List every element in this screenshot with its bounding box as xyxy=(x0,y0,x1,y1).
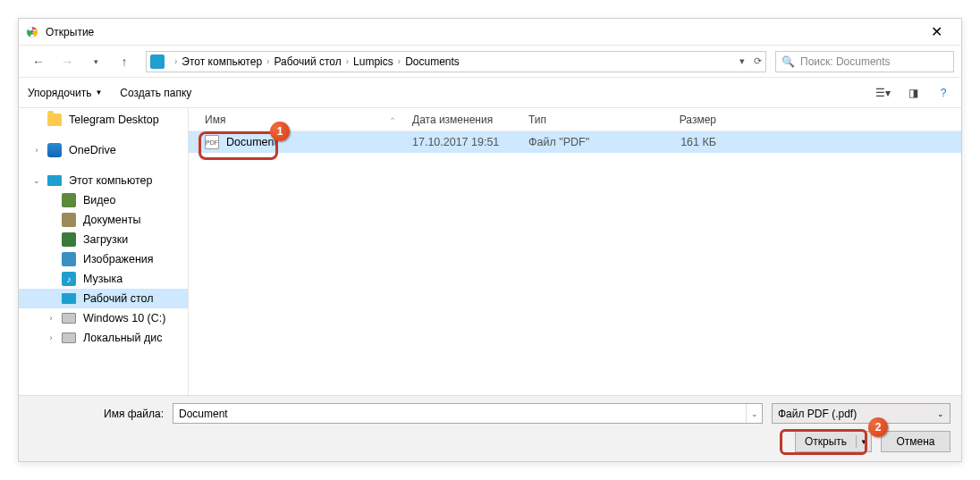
sidebar-item-downloads[interactable]: Загрузки xyxy=(19,230,188,249)
sidebar-item-label: Telegram Desktop xyxy=(69,114,159,126)
filename-label: Имя файла: xyxy=(30,408,164,420)
file-row[interactable]: PDF Document 17.10.2017 19:51 Файл "PDF"… xyxy=(189,131,961,153)
titlebar: Открытие ✕ xyxy=(19,19,961,46)
breadcrumb-item[interactable]: Lumpics xyxy=(353,55,393,68)
file-type-filter[interactable]: Файл PDF (.pdf) ⌄ xyxy=(772,403,950,424)
navbar: ← → ▾ ↑ › Этот компьютер › Рабочий стол … xyxy=(19,46,961,78)
column-headers: Имя^ Дата изменения Тип Размер xyxy=(189,108,961,131)
file-date: 17.10.2017 19:51 xyxy=(403,136,520,148)
search-placeholder: Поиск: Documents xyxy=(800,55,891,68)
annotation-marker: 2 xyxy=(868,417,888,437)
sidebar: Telegram Desktop › OneDrive ⌄ Этот компь… xyxy=(19,108,189,395)
downloads-icon xyxy=(62,232,76,247)
sidebar-item-label: Рабочий стол xyxy=(83,292,153,305)
chevron-right-icon: › xyxy=(346,56,349,66)
column-name[interactable]: Имя^ xyxy=(189,114,403,126)
column-type[interactable]: Тип xyxy=(520,114,636,126)
chevron-right-icon: › xyxy=(174,56,177,66)
chevron-down-icon[interactable]: ⌄ xyxy=(746,404,762,423)
video-icon xyxy=(62,193,76,207)
sidebar-item-label: Музыка xyxy=(83,273,122,285)
disk-icon xyxy=(62,313,76,324)
pdf-file-icon: PDF xyxy=(205,135,219,149)
column-date[interactable]: Дата изменения xyxy=(403,114,520,126)
sidebar-item-telegram[interactable]: Telegram Desktop xyxy=(19,110,188,130)
preview-pane-button[interactable]: ◨ xyxy=(904,85,922,101)
file-name: Document xyxy=(226,136,277,148)
sidebar-item-label: Этот компьютер xyxy=(69,174,152,187)
refresh-button[interactable]: ⟳ xyxy=(754,55,762,67)
help-button[interactable]: ? xyxy=(934,85,952,101)
sidebar-item-label: Windows 10 (C:) xyxy=(83,312,165,324)
pc-icon xyxy=(150,55,165,69)
dialog-body: Telegram Desktop › OneDrive ⌄ Этот компь… xyxy=(19,108,961,395)
chevron-down-icon: ⌄ xyxy=(937,409,944,418)
sidebar-item-this-pc[interactable]: ⌄ Этот компьютер xyxy=(19,171,188,190)
chevron-down-icon[interactable]: ▾ xyxy=(739,55,745,67)
back-button[interactable]: ← xyxy=(26,49,51,74)
breadcrumb-item[interactable]: Documents xyxy=(405,55,460,68)
close-button[interactable]: ✕ xyxy=(918,20,954,45)
chevron-right-icon: › xyxy=(266,56,269,66)
filename-input[interactable]: Document ⌄ xyxy=(173,403,763,424)
filename-value: Document xyxy=(179,408,228,420)
breadcrumb[interactable]: › Этот компьютер › Рабочий стол › Lumpic… xyxy=(146,51,766,72)
music-icon: ♪ xyxy=(62,272,76,286)
monitor-icon xyxy=(47,175,62,186)
dialog-footer: Имя файла: Document ⌄ Файл PDF (.pdf) ⌄ … xyxy=(19,395,961,461)
chevron-right-icon[interactable]: › xyxy=(46,333,56,342)
filter-label: Файл PDF (.pdf) xyxy=(778,408,857,420)
onedrive-icon xyxy=(47,143,62,157)
sidebar-item-local-disk[interactable]: › Локальный дис xyxy=(19,328,188,348)
open-dropdown-icon[interactable]: ▼ xyxy=(857,438,871,446)
new-folder-button[interactable]: Создать папку xyxy=(120,87,191,99)
sidebar-item-video[interactable]: Видео xyxy=(19,190,188,210)
desktop-icon xyxy=(62,293,76,304)
images-icon xyxy=(62,252,76,266)
up-button[interactable]: ↑ xyxy=(112,49,137,74)
file-size: 161 КБ xyxy=(636,136,725,148)
sidebar-item-drive-c[interactable]: › Windows 10 (C:) xyxy=(19,308,188,328)
view-options-button[interactable]: ☰▾ xyxy=(874,85,891,101)
chevron-right-icon[interactable]: › xyxy=(46,314,56,323)
sidebar-item-images[interactable]: Изображения xyxy=(19,249,188,269)
open-button[interactable]: Открыть ▼ xyxy=(795,431,872,452)
search-icon: 🔍 xyxy=(781,55,795,68)
sidebar-item-label: Видео xyxy=(83,194,116,206)
file-list: PDF Document 17.10.2017 19:51 Файл "PDF"… xyxy=(189,131,961,395)
documents-icon xyxy=(62,213,76,227)
file-list-panel: Имя^ Дата изменения Тип Размер PDF Docum… xyxy=(189,108,961,395)
folder-icon xyxy=(47,114,62,126)
breadcrumb-item[interactable]: Этот компьютер xyxy=(182,55,262,68)
sidebar-item-label: Локальный дис xyxy=(83,332,163,344)
breadcrumb-item[interactable]: Рабочий стол xyxy=(274,55,341,68)
sidebar-item-documents[interactable]: Документы xyxy=(19,210,188,230)
recent-dropdown[interactable]: ▾ xyxy=(83,49,108,74)
chevron-down-icon[interactable]: ⌄ xyxy=(31,176,42,185)
chevron-down-icon: ▼ xyxy=(95,88,102,97)
forward-button[interactable]: → xyxy=(55,49,80,74)
sidebar-item-label: OneDrive xyxy=(69,144,116,156)
sidebar-item-onedrive[interactable]: › OneDrive xyxy=(19,140,188,160)
organize-button[interactable]: Упорядочить▼ xyxy=(28,87,102,99)
search-input[interactable]: 🔍 Поиск: Documents xyxy=(775,51,954,72)
sidebar-item-desktop[interactable]: Рабочий стол xyxy=(19,289,188,308)
annotation-marker: 1 xyxy=(270,122,290,141)
sidebar-item-label: Документы xyxy=(83,214,140,226)
file-open-dialog: Открытие ✕ ← → ▾ ↑ › Этот компьютер › Ра… xyxy=(18,18,962,462)
sidebar-item-label: Изображения xyxy=(83,253,154,265)
chevron-right-icon[interactable]: › xyxy=(31,146,42,155)
sidebar-item-music[interactable]: ♪ Музыка xyxy=(19,269,188,289)
toolbar: Упорядочить▼ Создать папку ☰▾ ◨ ? xyxy=(19,78,961,108)
window-title: Открытие xyxy=(46,26,918,38)
chrome-icon xyxy=(26,26,38,38)
file-type: Файл "PDF" xyxy=(520,136,636,148)
cancel-button[interactable]: Отмена xyxy=(881,431,950,452)
sort-indicator-icon: ^ xyxy=(391,115,394,123)
disk-icon xyxy=(62,333,76,343)
column-size[interactable]: Размер xyxy=(636,114,725,126)
chevron-right-icon: › xyxy=(398,56,401,66)
sidebar-item-label: Загрузки xyxy=(83,233,128,246)
